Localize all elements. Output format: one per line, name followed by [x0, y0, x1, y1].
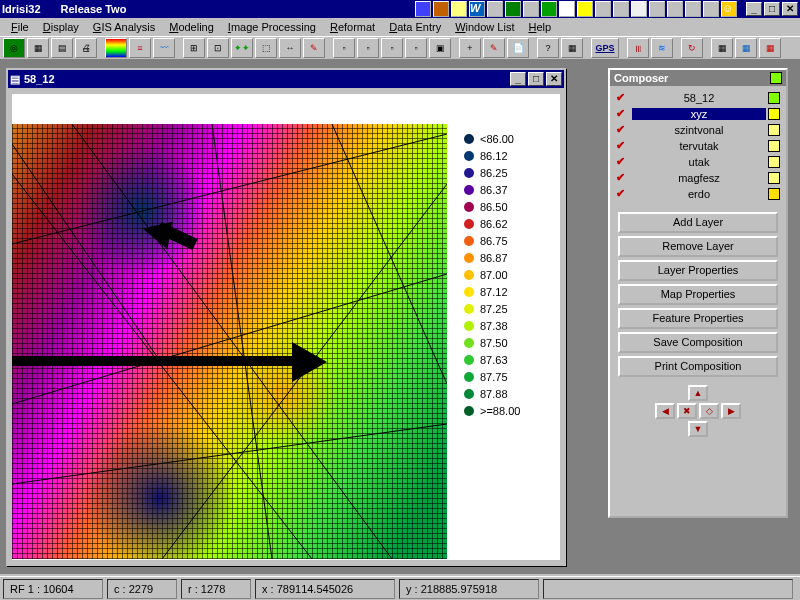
tool-button[interactable]: 📄	[507, 38, 529, 58]
toolbar-shortcut-icon[interactable]	[577, 1, 593, 17]
tool-button[interactable]: ?	[537, 38, 559, 58]
layer-swatch[interactable]	[768, 172, 780, 184]
layer-swatch[interactable]	[768, 124, 780, 136]
tool-button[interactable]: ▦	[27, 38, 49, 58]
tool-button[interactable]: ≡	[129, 38, 151, 58]
menu-gis-analysis[interactable]: GIS Analysis	[86, 20, 162, 34]
toolbar-shortcut-icon[interactable]	[523, 1, 539, 17]
composer-save-composition-button[interactable]: Save Composition	[618, 332, 778, 353]
composer-remove-layer-button[interactable]: Remove Layer	[618, 236, 778, 257]
gps-button[interactable]: GPS	[591, 38, 619, 58]
composer-feature-properties-button[interactable]: Feature Properties	[618, 308, 778, 329]
layer-check-icon[interactable]: ✔	[616, 187, 630, 200]
tool-button[interactable]: ✦✦	[231, 38, 253, 58]
layer-check-icon[interactable]: ✔	[616, 107, 630, 120]
toolbar-shortcut-icon[interactable]: W	[469, 1, 485, 17]
map-close-button[interactable]: ✕	[546, 72, 562, 86]
tool-button[interactable]: ▫	[381, 38, 403, 58]
map-maximize-button[interactable]: □	[528, 72, 544, 86]
layer-name[interactable]: szintvonal	[632, 124, 766, 136]
layer-swatch[interactable]	[768, 92, 780, 104]
tool-button[interactable]: ↻	[681, 38, 703, 58]
tool-button[interactable]	[105, 38, 127, 58]
nav-left-button[interactable]: ◀	[655, 403, 675, 419]
toolbar-shortcut-icon[interactable]	[505, 1, 521, 17]
tool-button[interactable]: ⫼	[627, 38, 649, 58]
layer-name[interactable]: tervutak	[632, 140, 766, 152]
tool-button[interactable]: ▦	[711, 38, 733, 58]
toolbar-shortcut-icon[interactable]	[685, 1, 701, 17]
toolbar-shortcut-icon[interactable]	[487, 1, 503, 17]
toolbar-shortcut-icon[interactable]	[415, 1, 431, 17]
tool-button[interactable]: ⊞	[183, 38, 205, 58]
nav-right-button[interactable]: ▶	[721, 403, 741, 419]
tool-button[interactable]: ✎	[303, 38, 325, 58]
toolbar-shortcut-icon[interactable]	[595, 1, 611, 17]
tool-button[interactable]: ⊡	[207, 38, 229, 58]
menu-image-processing[interactable]: Image Processing	[221, 20, 323, 34]
tool-button[interactable]: ▦	[735, 38, 757, 58]
composer-layer-properties-button[interactable]: Layer Properties	[618, 260, 778, 281]
map-window-titlebar[interactable]: ▤ 58_12 _ □ ✕	[8, 70, 564, 88]
tool-button[interactable]: ↔	[279, 38, 301, 58]
toolbar-shortcut-icon[interactable]: ☺	[721, 1, 737, 17]
composer-titlebar[interactable]: Composer	[610, 70, 786, 86]
toolbar-shortcut-icon[interactable]	[703, 1, 719, 17]
layer-name[interactable]: erdo	[632, 188, 766, 200]
nav-down-button[interactable]: ▼	[688, 421, 708, 437]
layer-name[interactable]: utak	[632, 156, 766, 168]
map-minimize-button[interactable]: _	[510, 72, 526, 86]
tool-button[interactable]: 🖨	[75, 38, 97, 58]
tool-button[interactable]: 〰	[153, 38, 175, 58]
minimize-button[interactable]: _	[746, 2, 762, 16]
layer-swatch[interactable]	[768, 108, 780, 120]
menu-data-entry[interactable]: Data Entry	[382, 20, 448, 34]
toolbar-shortcut-icon[interactable]	[667, 1, 683, 17]
composer-map-properties-button[interactable]: Map Properties	[618, 284, 778, 305]
layer-row[interactable]: ✔magfesz	[616, 170, 780, 185]
tool-button[interactable]: ▦	[759, 38, 781, 58]
composer-add-layer-button[interactable]: Add Layer	[618, 212, 778, 233]
tool-button[interactable]: ▦	[561, 38, 583, 58]
toolbar-shortcut-icon[interactable]	[631, 1, 647, 17]
layer-name[interactable]: magfesz	[632, 172, 766, 184]
layer-row[interactable]: ✔xyz	[616, 106, 780, 121]
menu-file[interactable]: File	[4, 20, 36, 34]
layer-check-icon[interactable]: ✔	[616, 139, 630, 152]
menu-help[interactable]: Help	[521, 20, 558, 34]
tool-button[interactable]: ⬚	[255, 38, 277, 58]
layer-swatch[interactable]	[768, 156, 780, 168]
layer-check-icon[interactable]: ✔	[616, 91, 630, 104]
maximize-button[interactable]: □	[764, 2, 780, 16]
tool-button[interactable]: ▫	[405, 38, 427, 58]
tool-button[interactable]: ▣	[429, 38, 451, 58]
toolbar-shortcut-icon[interactable]	[541, 1, 557, 17]
layer-check-icon[interactable]: ✔	[616, 155, 630, 168]
nav-center-button[interactable]: ✖	[677, 403, 697, 419]
tool-button[interactable]: ▫	[333, 38, 355, 58]
composer-print-composition-button[interactable]: Print Composition	[618, 356, 778, 377]
close-button[interactable]: ✕	[782, 2, 798, 16]
layer-swatch[interactable]	[768, 140, 780, 152]
menu-modeling[interactable]: Modeling	[162, 20, 221, 34]
menu-reformat[interactable]: Reformat	[323, 20, 382, 34]
toolbar-shortcut-icon[interactable]	[613, 1, 629, 17]
tool-button[interactable]: +	[459, 38, 481, 58]
toolbar-shortcut-icon[interactable]	[433, 1, 449, 17]
tool-button[interactable]: ≋	[651, 38, 673, 58]
toolbar-shortcut-icon[interactable]	[451, 1, 467, 17]
layer-row[interactable]: ✔erdo	[616, 186, 780, 201]
toolbar-shortcut-icon[interactable]	[649, 1, 665, 17]
layer-row[interactable]: ✔utak	[616, 154, 780, 169]
layer-name[interactable]: xyz	[632, 108, 766, 120]
toolbar-shortcut-icon[interactable]	[559, 1, 575, 17]
layer-name[interactable]: 58_12	[632, 92, 766, 104]
nav-home-button[interactable]: ◇	[699, 403, 719, 419]
layer-check-icon[interactable]: ✔	[616, 123, 630, 136]
map-canvas[interactable]: <86.0086.1286.2586.3786.5086.6286.7586.8…	[12, 94, 560, 560]
layer-swatch[interactable]	[768, 188, 780, 200]
tool-button[interactable]: ◎	[3, 38, 25, 58]
layer-row[interactable]: ✔tervutak	[616, 138, 780, 153]
menu-window-list[interactable]: Window List	[448, 20, 521, 34]
layer-row[interactable]: ✔58_12	[616, 90, 780, 105]
